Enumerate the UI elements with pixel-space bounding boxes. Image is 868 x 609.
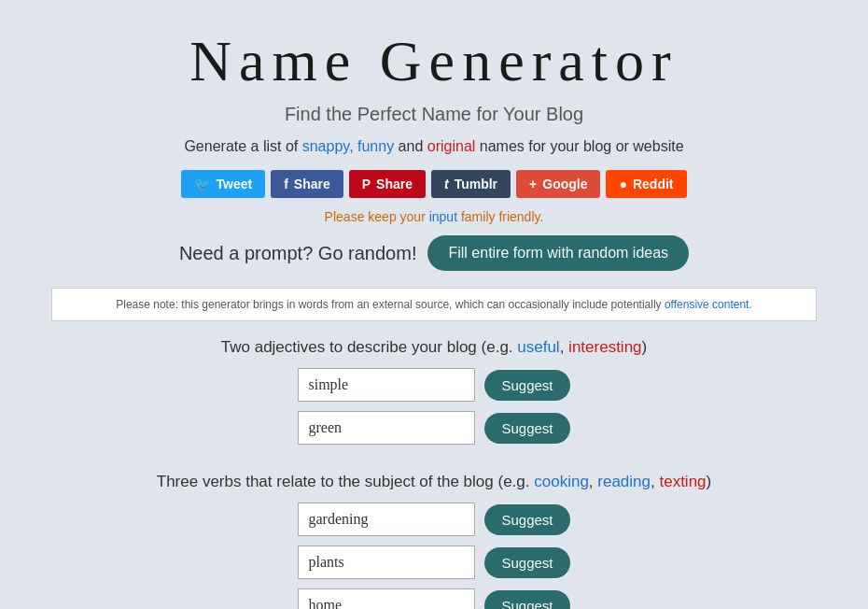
page-title: Name Generator — [189, 28, 678, 94]
google-icon: + — [529, 177, 537, 191]
facebook-share-button[interactable]: f Share — [271, 170, 343, 198]
pinterest-icon: P — [362, 177, 371, 191]
verbs-section: Three verbs that relate to the subject o… — [51, 473, 817, 609]
twitter-icon: 🐦 — [194, 177, 210, 191]
notice-box: Please note: this generator brings in wo… — [51, 288, 817, 321]
random-fill-button[interactable]: Fill entire form with random ideas — [427, 235, 689, 271]
adjective-input-2[interactable] — [298, 411, 475, 445]
verb-input-2[interactable] — [298, 545, 475, 579]
verb-row-2: Suggest — [298, 545, 569, 579]
reddit-icon: ● — [619, 177, 626, 191]
facebook-icon: f — [284, 177, 288, 191]
family-friendly-notice: Please keep your input family friendly. — [325, 209, 544, 224]
tumblr-icon: t — [444, 177, 449, 191]
adjective-input-1[interactable] — [298, 368, 475, 402]
page-description: Generate a list of snappy, funny and ori… — [184, 138, 683, 155]
adjective-suggest-1[interactable]: Suggest — [484, 370, 569, 401]
adjective-row-2: Suggest — [298, 411, 569, 445]
adjective-row-1: Suggest — [298, 368, 569, 402]
tumblr-share-button[interactable]: t Tumblr — [431, 170, 511, 198]
pinterest-share-button[interactable]: P Share — [349, 170, 426, 198]
random-prompt-text: Need a prompt? Go random! — [179, 243, 417, 264]
page-subtitle: Find the Perfect Name for Your Blog — [285, 104, 583, 125]
adjectives-section: Two adjectives to describe your blog (e.… — [51, 338, 817, 473]
verb-suggest-3[interactable]: Suggest — [484, 590, 569, 610]
notice-text: Please note: this generator brings in wo… — [71, 298, 797, 311]
adjectives-label: Two adjectives to describe your blog (e.… — [221, 338, 647, 357]
verb-suggest-1[interactable]: Suggest — [484, 504, 569, 535]
adjective-suggest-2[interactable]: Suggest — [484, 413, 569, 444]
verbs-label: Three verbs that relate to the subject o… — [157, 473, 711, 491]
random-row: Need a prompt? Go random! Fill entire fo… — [179, 235, 689, 271]
verb-input-3[interactable] — [298, 588, 475, 609]
verb-row-1: Suggest — [298, 503, 569, 536]
tweet-button[interactable]: 🐦 Tweet — [181, 170, 265, 198]
reddit-share-button[interactable]: ● Reddit — [606, 170, 686, 198]
verbs-inputs: Suggest Suggest Suggest — [298, 503, 569, 609]
share-buttons-row: 🐦 Tweet f Share P Share t Tumblr + Googl… — [181, 170, 686, 198]
verb-suggest-2[interactable]: Suggest — [484, 547, 569, 578]
adjectives-inputs: Suggest Suggest — [298, 368, 569, 454]
verb-input-1[interactable] — [298, 503, 475, 536]
google-share-button[interactable]: + Google — [516, 170, 600, 198]
verb-row-3: Suggest — [298, 588, 569, 609]
